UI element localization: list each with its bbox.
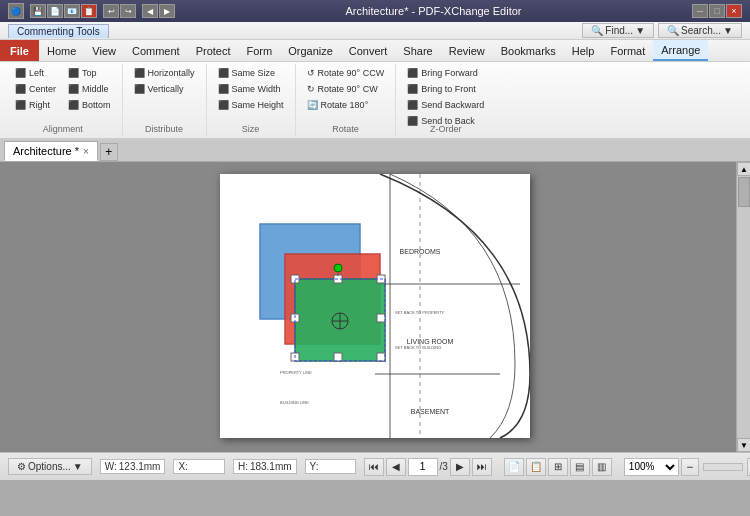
zoom-slider[interactable]	[703, 463, 743, 471]
align-middle-icon: ⬛	[68, 84, 79, 94]
size-label: Size	[242, 124, 260, 134]
zorder-label: Z-Order	[430, 124, 462, 134]
align-top-icon: ⬛	[68, 68, 79, 78]
align-right-btn[interactable]: ⬛ Right	[10, 98, 61, 112]
menu-home[interactable]: Home	[39, 40, 84, 61]
same-width-btn[interactable]: ⬛ Same Width	[213, 82, 289, 96]
prev-page-btn[interactable]: ◀	[386, 458, 406, 476]
alignment-label: Alignment	[43, 124, 83, 134]
view-mode-btn2[interactable]: 📋	[526, 458, 546, 476]
bring-to-front-icon: ⬛	[407, 84, 418, 94]
scroll-down-btn[interactable]: ▼	[737, 438, 750, 452]
menu-file[interactable]: File	[0, 40, 39, 61]
svg-text:BASEMENT: BASEMENT	[411, 408, 450, 415]
options-icon: ⚙	[17, 461, 26, 472]
svg-point-21	[334, 264, 342, 272]
scroll-up-btn[interactable]: ▲	[737, 162, 750, 176]
width-field: W: 123.1mm	[100, 459, 166, 474]
find-button[interactable]: 🔍 Find... ▼	[582, 23, 654, 38]
send-backward-btn[interactable]: ⬛ Send Backward	[402, 98, 489, 112]
align-center-btn[interactable]: ⬛ Center	[10, 82, 61, 96]
zoom-out-btn[interactable]: −	[681, 458, 699, 476]
maximize-btn[interactable]: □	[709, 4, 725, 18]
scroll-thumb[interactable]	[738, 177, 750, 207]
same-size-btn[interactable]: ⬛ Same Size	[213, 66, 289, 80]
same-height-btn[interactable]: ⬛ Same Height	[213, 98, 289, 112]
doc-tab[interactable]: Architecture * ×	[4, 141, 98, 161]
svg-text:BUILDING LINE: BUILDING LINE	[280, 400, 309, 405]
page-number-input[interactable]	[408, 458, 438, 476]
size-buttons: ⬛ Same Size ⬛ Same Width ⬛ Same Height	[213, 66, 289, 112]
app-icons: 🔵 💾 📄 📧 📋 ↩ ↪ ◀ ▶	[8, 3, 175, 19]
align-col-top: ⬛ Top ⬛ Middle ⬛ Bottom	[63, 66, 116, 112]
last-page-btn[interactable]: ⏭	[472, 458, 492, 476]
close-btn[interactable]: ×	[726, 4, 742, 18]
nav-back[interactable]: ◀	[142, 4, 158, 18]
svg-rect-16	[377, 353, 385, 361]
align-left-btn[interactable]: ⬛ Left	[10, 66, 61, 80]
tab-title: Architecture *	[13, 145, 79, 157]
view-mode-btn3[interactable]: ⊞	[548, 458, 568, 476]
tab-close-btn[interactable]: ×	[83, 146, 89, 157]
menu-share[interactable]: Share	[395, 40, 440, 61]
view-mode-btn1[interactable]: 📄	[504, 458, 524, 476]
toolbar-icon-3[interactable]: 📧	[64, 4, 80, 18]
menu-format[interactable]: Format	[602, 40, 653, 61]
menu-bookmarks[interactable]: Bookmarks	[493, 40, 564, 61]
first-page-btn[interactable]: ⏮	[364, 458, 384, 476]
distribute-horizontally-btn[interactable]: ⬛ Horizontally	[129, 66, 200, 80]
search-button[interactable]: 🔍 Search... ▼	[658, 23, 742, 38]
undo-btn[interactable]: ↩	[103, 4, 119, 18]
menu-help[interactable]: Help	[564, 40, 603, 61]
svg-text:SET BACK TO PROPERTY: SET BACK TO PROPERTY	[395, 310, 445, 315]
menu-view[interactable]: View	[84, 40, 124, 61]
align-middle-btn[interactable]: ⬛ Middle	[63, 82, 116, 96]
right-scrollbar[interactable]: ▲ ▼	[736, 162, 750, 452]
view-mode-btn4[interactable]: ▤	[570, 458, 590, 476]
toolbar-group-distribute: ⬛ Horizontally ⬛ Vertically Distribute	[123, 64, 207, 136]
rotate-90cw-btn[interactable]: ↻ Rotate 90° CW	[302, 82, 390, 96]
rotate-90ccw-btn[interactable]: ↺ Rotate 90° CCW	[302, 66, 390, 80]
rotate-180-btn[interactable]: 🔄 Rotate 180°	[302, 98, 390, 112]
toolbar-icon-2[interactable]: 📄	[47, 4, 63, 18]
align-bottom-btn[interactable]: ⬛ Bottom	[63, 98, 116, 112]
x-input[interactable]	[190, 461, 220, 472]
nav-forward[interactable]: ▶	[159, 4, 175, 18]
next-page-btn[interactable]: ▶	[450, 458, 470, 476]
rotate-buttons: ↺ Rotate 90° CCW ↻ Rotate 90° CW 🔄 Rotat…	[302, 66, 390, 112]
menu-review[interactable]: Review	[441, 40, 493, 61]
window-controls: ─ □ ×	[692, 4, 742, 18]
bring-to-front-btn[interactable]: ⬛ Bring to Front	[402, 82, 489, 96]
menu-form[interactable]: Form	[239, 40, 281, 61]
menu-protect[interactable]: Protect	[188, 40, 239, 61]
new-tab-btn[interactable]: +	[100, 143, 118, 161]
minimize-btn[interactable]: ─	[692, 4, 708, 18]
menu-bar: File Home View Comment Protect Form Orga…	[0, 40, 750, 62]
redo-btn[interactable]: ↪	[120, 4, 136, 18]
bring-forward-btn[interactable]: ⬛ Bring Forward	[402, 66, 489, 80]
distribute-vertically-btn[interactable]: ⬛ Vertically	[129, 82, 200, 96]
find-icon: 🔍	[591, 25, 603, 36]
commenting-tools-tab[interactable]: Commenting Tools	[8, 24, 109, 38]
menu-arrange[interactable]: Arrange	[653, 40, 708, 61]
menu-convert[interactable]: Convert	[341, 40, 396, 61]
align-left-icon: ⬛	[15, 68, 26, 78]
window-title: Architecture* - PDF-XChange Editor	[175, 5, 692, 17]
rotate-180-icon: 🔄	[307, 100, 318, 110]
y-field: Y:	[305, 459, 356, 474]
rotate-ccw-icon: ↺	[307, 68, 315, 78]
search-icon: 🔍	[667, 25, 679, 36]
view-mode-btn5[interactable]: ▥	[592, 458, 612, 476]
zoom-select[interactable]: 100% 50% 75% 150% 200%	[624, 458, 679, 476]
toolbar-icon-4[interactable]: 📋	[81, 4, 97, 18]
menu-organize[interactable]: Organize	[280, 40, 341, 61]
y-input[interactable]	[321, 461, 351, 472]
menu-comment[interactable]: Comment	[124, 40, 188, 61]
align-col-left: ⬛ Left ⬛ Center ⬛ Right	[10, 66, 61, 112]
align-top-btn[interactable]: ⬛ Top	[63, 66, 116, 80]
options-button[interactable]: ⚙ Options... ▼	[8, 458, 92, 475]
width-label: W:	[105, 461, 117, 472]
toolbar-icon-1[interactable]: 💾	[30, 4, 46, 18]
wh-xy-fields: H: 183.1mm	[233, 459, 297, 474]
toolbar: ⬛ Left ⬛ Center ⬛ Right ⬛ Top ⬛	[0, 62, 750, 140]
